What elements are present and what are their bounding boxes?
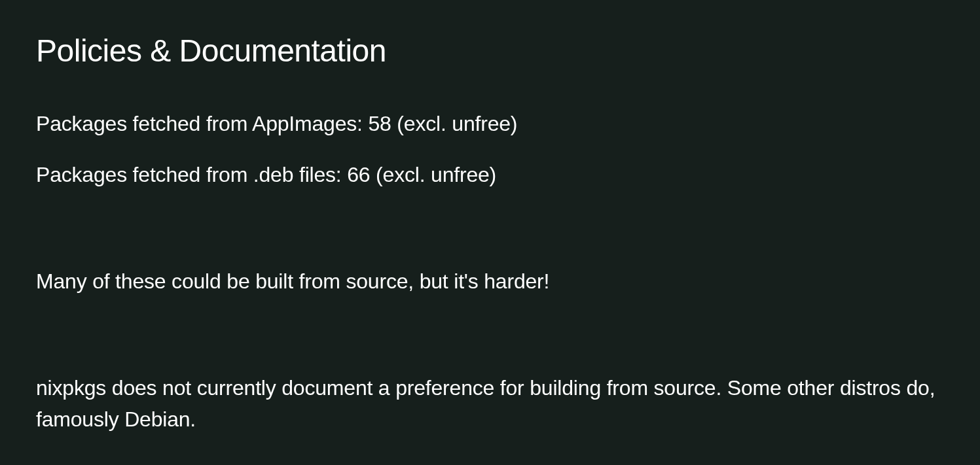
slide-text-appimages: Packages fetched from AppImages: 58 (exc… [36,108,944,139]
slide-text-nixpkgs: nixpkgs does not currently document a pr… [36,372,944,435]
slide-text-source: Many of these could be built from source… [36,266,944,297]
slide-text-deb: Packages fetched from .deb files: 66 (ex… [36,159,944,190]
slide-title: Policies & Documentation [36,33,944,69]
